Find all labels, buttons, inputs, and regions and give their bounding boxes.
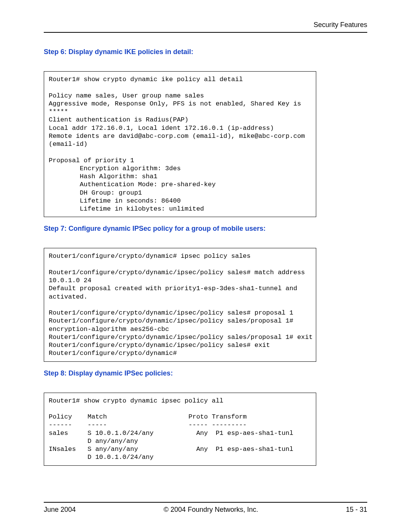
step8-code-block: Router1# show crypto dynamic ipsec polic… bbox=[44, 393, 316, 466]
footer-right: 15 - 31 bbox=[346, 506, 367, 514]
header-rule bbox=[44, 32, 367, 33]
step8-heading: Step 8: Display dynamic IPSec policies: bbox=[44, 369, 367, 377]
step7-code-block: Router1/configure/crypto/dynamic# ipsec … bbox=[44, 248, 316, 361]
step6-code-block: Router1# show crypto dynamic ike policy … bbox=[44, 71, 316, 217]
step6-heading: Step 6: Display dynamic IKE policies in … bbox=[44, 48, 367, 56]
footer-left: June 2004 bbox=[44, 506, 76, 514]
page-header-right: Security Features bbox=[44, 21, 367, 29]
page-container: Security Features Step 6: Display dynami… bbox=[0, 0, 411, 532]
step7-heading: Step 7: Configure dynamic IPSec policy f… bbox=[44, 225, 367, 233]
footer-center: © 2004 Foundry Networks, Inc. bbox=[164, 506, 258, 514]
page-footer: June 2004 © 2004 Foundry Networks, Inc. … bbox=[44, 502, 367, 514]
footer-rule bbox=[44, 502, 367, 503]
footer-row: June 2004 © 2004 Foundry Networks, Inc. … bbox=[44, 506, 367, 514]
